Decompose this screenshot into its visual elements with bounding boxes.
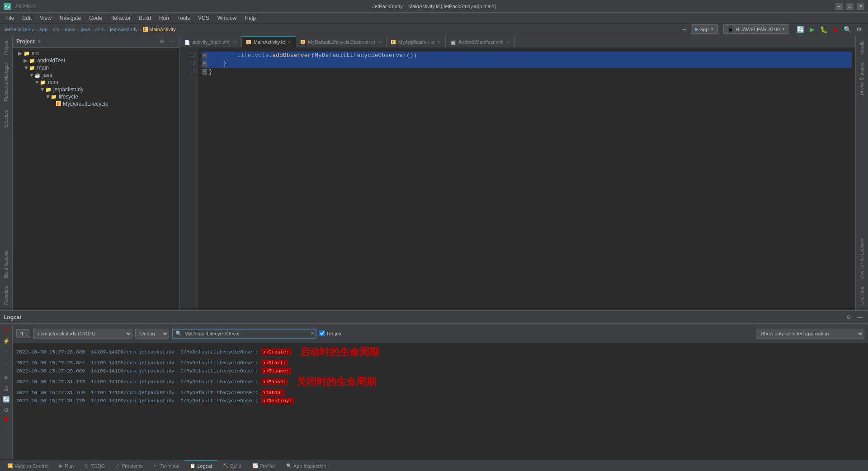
logcat-section: Logcat ⚙ — 🗑 ⚡ ↑ ↓ ≡ 🖨 🔄 ⚙ ⋯ H... <box>0 310 868 459</box>
show-only-select[interactable]: Show only selected application <box>756 329 864 339</box>
regex-checkbox[interactable] <box>319 330 325 336</box>
menu-file[interactable]: File <box>2 14 18 22</box>
logcat-refresh-button[interactable]: 🔄 <box>2 395 11 404</box>
tab-profiler[interactable]: 📈 Profiler <box>247 460 281 471</box>
log-level-select[interactable]: Debug Verbose Info Warn Error <box>135 329 169 339</box>
sidebar-item-emulator[interactable]: Emulator <box>859 283 865 308</box>
tree-item-src[interactable]: ▶ 📁 src <box>13 50 179 57</box>
sidebar-item-resource-manager[interactable]: Resource Manager <box>2 59 10 105</box>
sidebar-item-structure[interactable]: Structure <box>2 106 10 132</box>
bc-java[interactable]: java <box>81 27 90 32</box>
breadcrumb: JetPackStudy › app › src › main › java ›… <box>0 24 868 35</box>
tab-androidmanifest-xml[interactable]: 🤖 AndroidManifest.xml ✕ <box>446 36 515 47</box>
bc-com[interactable]: com <box>95 27 105 32</box>
navigate-back-button[interactable]: ← <box>679 24 690 35</box>
logcat-scroll-down-button[interactable]: ↓ <box>2 358 11 367</box>
logcat-wrap-button[interactable]: ≡ <box>2 373 11 382</box>
maximize-button[interactable]: □ <box>846 3 854 10</box>
menu-window[interactable]: Window <box>214 14 241 22</box>
window-controls[interactable]: – □ ✕ <box>835 3 864 10</box>
stop-button[interactable]: ■ <box>830 24 841 35</box>
tab-mydefaultlifecycleobserver-kt[interactable]: 🅺 MyDefaultLifecycleObserver.kt ✕ <box>296 36 387 47</box>
logcat-scroll-up-button[interactable]: ↑ <box>2 347 11 356</box>
fold-btn-11[interactable]: – <box>202 53 207 58</box>
settings-button[interactable]: ⚙ <box>854 24 864 35</box>
run-config-arrow: ▼ <box>710 27 714 31</box>
debug-button[interactable]: 🐛 <box>818 24 829 35</box>
sidebar-item-gradle[interactable]: Gradle <box>859 37 865 58</box>
menu-view[interactable]: View <box>36 14 55 22</box>
fold-btn-13[interactable]: – <box>202 69 207 75</box>
tree-item-androidtest[interactable]: ▶ 📁 androidTest <box>13 57 179 64</box>
sync-button[interactable]: 🔄 <box>795 24 806 35</box>
minimize-button[interactable]: – <box>835 3 843 10</box>
bc-jetpackstudy[interactable]: jetpackstudy <box>110 27 137 32</box>
tab-todo[interactable]: ☑ TODO <box>79 460 110 471</box>
logcat-clear-button[interactable]: 🗑 <box>2 325 11 334</box>
logcat-print-button[interactable]: 🖨 <box>2 384 11 393</box>
code-editor[interactable]: 11 12 13 – lifecycle . addObserver ( MyD… <box>180 48 855 310</box>
sidebar-item-favorites[interactable]: Favorites <box>2 283 10 308</box>
logcat-settings2-button[interactable]: ⚙ <box>2 405 11 414</box>
logcat-collapse-button[interactable]: — <box>856 313 864 321</box>
search-button[interactable]: 🔍 <box>842 24 853 35</box>
menu-navigate[interactable]: Navigate <box>56 14 85 22</box>
bc-src[interactable]: src <box>53 27 60 32</box>
menu-refactor[interactable]: Refactor <box>107 14 134 22</box>
sidebar-item-project[interactable]: Project <box>2 37 10 58</box>
tab-close-manifest[interactable]: ✕ <box>506 40 510 45</box>
tab-close-mainactivity[interactable]: ✕ <box>288 40 291 45</box>
fold-btn-12[interactable]: – <box>202 61 207 66</box>
logcat-filter-button[interactable]: ⚡ <box>2 336 11 345</box>
tree-item-mydefaultlifecycle[interactable]: ▶ 🅺 MyDefaultLifecycle <box>13 100 179 108</box>
tree-item-jetpackstudy[interactable]: ▼ 📁 jetpackstudy <box>13 86 179 93</box>
tab-myapplication-kt[interactable]: 🅺 MyApplication.kt ✕ <box>387 36 446 47</box>
logcat-search-input[interactable] <box>172 329 316 339</box>
tree-item-lifecycle[interactable]: ▼ 📁 lifecycle <box>13 93 179 100</box>
sidebar-item-device-manager[interactable]: Device Manager <box>859 59 865 99</box>
search-clear-button[interactable]: ✕ <box>310 330 315 337</box>
tab-logcat[interactable]: 📋 Logcat <box>184 460 217 471</box>
project-settings-button[interactable]: ⚙ <box>158 38 166 46</box>
menu-build[interactable]: Build <box>135 14 155 22</box>
project-collapse-button[interactable]: — <box>168 38 176 46</box>
tree-item-main[interactable]: ▼ 📁 main <box>13 64 179 71</box>
menu-edit[interactable]: Edit <box>19 14 35 22</box>
menu-vcs[interactable]: VCS <box>194 14 213 22</box>
run-config-selector[interactable]: ▶ app ▼ <box>691 24 718 34</box>
logcat-more-button[interactable]: ⋯ <box>4 424 9 429</box>
regex-checkbox-label[interactable]: Regex <box>319 330 341 336</box>
package-select[interactable]: com.jetpackstudy (14109) <box>33 329 132 339</box>
code-content[interactable]: – lifecycle . addObserver ( MyDefaultLif… <box>198 48 855 310</box>
sidebar-item-build-variants[interactable]: Build Variants <box>2 247 10 282</box>
tab-terminal[interactable]: >_ Terminal <box>148 460 184 471</box>
log-entry-onpause: 2022-10-30 15:27:31.173 14109-14109/com.… <box>16 375 864 389</box>
tab-app-inspection[interactable]: 🔍 App Inspection <box>281 460 332 471</box>
tab-build[interactable]: 🔨 Build <box>217 460 246 471</box>
tab-close-myapplication[interactable]: ✕ <box>437 40 441 45</box>
device-filter-select[interactable]: H... <box>16 329 30 338</box>
bc-project[interactable]: JetPackStudy <box>4 27 34 32</box>
menu-code[interactable]: Code <box>85 14 106 22</box>
tab-version-control[interactable]: 🔀 Version Control <box>2 460 54 471</box>
log-entry-onstart: 2022-10-30 15:27:28.884 14109-14109/com.… <box>16 359 864 367</box>
logcat-settings-button[interactable]: ⚙ <box>844 313 853 321</box>
tree-item-java[interactable]: ▼ ☕ java <box>13 71 179 79</box>
tab-close-mydefault[interactable]: ✕ <box>378 40 382 45</box>
tab-activity-main-xml[interactable]: 📄 activity_main.xml ✕ <box>180 36 242 47</box>
bc-mainactivity[interactable]: 🅺 MainActivity <box>143 27 176 32</box>
tab-run[interactable]: ▶ Run <box>54 460 79 471</box>
menu-run[interactable]: Run <box>156 14 173 22</box>
tree-item-com[interactable]: ▼ 📁 com <box>13 79 179 86</box>
sidebar-item-device-file-explorer[interactable]: Device File Explorer <box>859 235 865 282</box>
run-button[interactable]: ▶ <box>807 24 817 35</box>
tab-mainactivity-kt[interactable]: 🅺 MainActivity.kt ✕ <box>242 36 296 47</box>
close-button[interactable]: ✕ <box>857 3 864 10</box>
tab-close-activity-main[interactable]: ✕ <box>233 40 237 45</box>
menu-help[interactable]: Help <box>241 14 259 22</box>
bc-main[interactable]: main <box>65 27 75 32</box>
device-selector[interactable]: 📱 HUAWEI PAR-AL00 ▼ <box>723 24 789 34</box>
menu-tools[interactable]: Tools <box>174 14 193 22</box>
tab-problems[interactable]: ⚠ Problems <box>110 460 148 471</box>
bc-app[interactable]: app <box>39 27 47 32</box>
